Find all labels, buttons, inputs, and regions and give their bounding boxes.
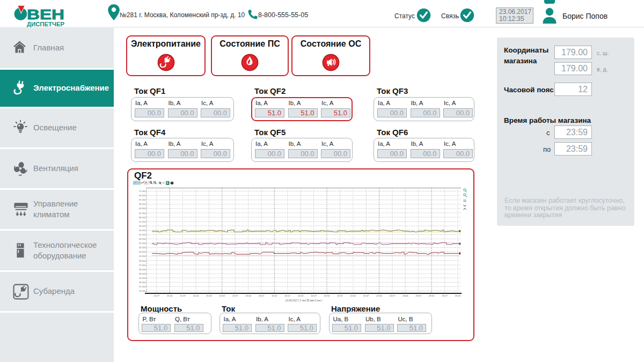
svg-text:22:32: 22:32 [324,294,330,297]
svg-text:41.200: 41.200 [139,255,146,257]
svg-text:22:22: 22:22 [298,294,304,297]
svg-text:57.200: 57.200 [139,220,146,223]
svg-text:37.200: 37.200 [139,264,146,267]
svg-text:21:47: 21:47 [206,294,212,297]
svg-text:49.200: 49.200 [139,238,146,240]
svg-text:22:57: 22:57 [390,294,396,297]
svg-text:65.200: 65.200 [139,203,146,205]
svg-text:ДИСПЕТЧЕР: ДИСПЕТЧЕР [27,21,64,27]
svg-text:22:37: 22:37 [337,294,343,297]
svg-text:ВЕН: ВЕН [27,6,64,23]
svg-text:47.200: 47.200 [139,242,146,245]
svg-text:21:42: 21:42 [193,294,199,297]
svg-text:23:12: 23:12 [429,294,435,297]
svg-text:22:07: 22:07 [259,294,265,297]
svg-text:22:12: 22:12 [272,294,277,297]
svg-text:23:02: 23:02 [402,294,408,297]
svg-text:22:52: 22:52 [376,294,382,297]
svg-text:22:47: 22:47 [363,294,369,297]
svg-text:51.200: 51.200 [139,233,146,236]
svg-text:21:57: 21:57 [232,294,238,297]
svg-text:21:32: 21:32 [167,294,173,297]
svg-text:22:17: 22:17 [285,294,291,297]
svg-text:25.200: 25.200 [139,290,146,292]
svg-text:33.200: 33.200 [139,272,146,275]
svg-text:22:27: 22:27 [311,294,317,297]
svg-text:21:37: 21:37 [180,294,186,297]
svg-text:55.200: 55.200 [139,225,146,227]
svg-text:E: E [167,181,169,184]
svg-text:23:17: 23:17 [442,294,448,297]
svg-text:31.200: 31.200 [139,277,146,279]
svg-text:53.200: 53.200 [139,229,146,232]
svg-text:71.200: 71.200 [139,190,146,193]
svg-text:21:27: 21:27 [154,294,160,297]
svg-text:22:42: 22:42 [350,294,356,297]
svg-text:45.200: 45.200 [139,246,146,249]
svg-text:29.200: 29.200 [139,281,146,284]
svg-text:35.200: 35.200 [139,268,146,271]
svg-text:61.200: 61.200 [139,212,146,215]
svg-text:63.200: 63.200 [139,207,146,210]
svg-text:39.200: 39.200 [139,260,146,262]
svg-text:27.200: 27.200 [139,285,146,288]
svg-text:23.06.2017 [ 1 час 55 мин 0 се: 23.06.2017 [ 1 час 55 мин 0 сек ] [286,299,322,302]
svg-text:43.200: 43.200 [139,250,146,253]
svg-text:23:07: 23:07 [416,294,422,297]
svg-text:22:02: 22:02 [245,294,251,297]
svg-text:59.200: 59.200 [139,216,146,219]
svg-text:11: 11 [463,199,467,202]
svg-text:67.200: 67.200 [139,198,146,201]
svg-text:23:22: 23:22 [455,294,461,297]
svg-text:21:52: 21:52 [219,294,225,297]
svg-text:69.200: 69.200 [139,194,146,197]
